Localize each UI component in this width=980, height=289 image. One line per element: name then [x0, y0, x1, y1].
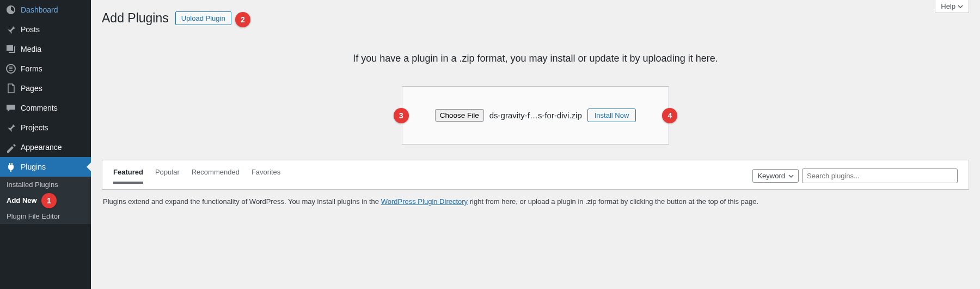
sidebar-item-forms[interactable]: Forms: [0, 59, 91, 79]
appearance-icon: [5, 142, 16, 153]
step-badge-3: 3: [394, 108, 409, 123]
page-header: Add Plugins Upload Plugin 2: [102, 11, 969, 26]
plugins-submenu: Installed Plugins Add New 1 Plugin File …: [0, 177, 91, 224]
admin-sidebar: Dashboard Posts Media Forms Pages Commen…: [0, 0, 91, 289]
upload-instructions: If you have a plugin in a .zip format, y…: [102, 53, 969, 64]
page-title: Add Plugins: [102, 11, 169, 26]
wp-plugin-directory-link[interactable]: WordPress Plugin Directory: [381, 197, 468, 206]
submenu-plugin-file-editor[interactable]: Plugin File Editor: [0, 208, 91, 224]
sidebar-item-label: Posts: [21, 25, 40, 34]
forms-icon: [5, 63, 16, 74]
search-type-select[interactable]: Keyword: [752, 169, 799, 183]
submenu-add-new[interactable]: Add New 1: [0, 192, 91, 208]
dashboard-icon: [5, 4, 16, 15]
upload-form: 3 Choose File ds-gravity-f…s-for-divi.zi…: [402, 86, 670, 144]
sidebar-item-label: Forms: [21, 64, 42, 73]
sidebar-item-projects[interactable]: Projects: [0, 118, 91, 137]
submenu-item-label: Add New: [7, 196, 37, 204]
search-input[interactable]: [802, 168, 958, 183]
sidebar-item-media[interactable]: Media: [0, 39, 91, 59]
plugins-icon: [5, 161, 16, 172]
selected-file-name: ds-gravity-f…s-for-divi.zip: [489, 111, 582, 120]
comments-icon: [5, 103, 16, 113]
upload-area: If you have a plugin in a .zip format, y…: [102, 53, 969, 144]
sidebar-item-label: Media: [21, 45, 41, 53]
sidebar-item-plugins[interactable]: Plugins: [0, 157, 91, 177]
sidebar-item-appearance[interactable]: Appearance: [0, 137, 91, 157]
pages-icon: [5, 83, 16, 94]
tab-recommended[interactable]: Recommended: [192, 168, 240, 184]
choose-file-button[interactable]: Choose File: [435, 109, 484, 122]
sidebar-item-label: Plugins: [21, 162, 46, 171]
chevron-down-icon: [788, 173, 794, 179]
upload-plugin-button[interactable]: Upload Plugin: [175, 11, 231, 25]
install-now-button[interactable]: Install Now: [587, 109, 636, 122]
sidebar-item-posts[interactable]: Posts: [0, 20, 91, 39]
sidebar-item-label: Comments: [21, 104, 58, 112]
submenu-installed-plugins[interactable]: Installed Plugins: [0, 177, 91, 192]
projects-icon: [5, 122, 16, 133]
tab-popular[interactable]: Popular: [155, 168, 180, 184]
sidebar-item-comments[interactable]: Comments: [0, 98, 91, 118]
keyword-label: Keyword: [757, 172, 785, 180]
tab-favorites[interactable]: Favorites: [252, 168, 280, 184]
desc-post: right from here, or upload a plugin in .…: [468, 197, 758, 206]
sidebar-item-label: Dashboard: [21, 5, 58, 14]
sidebar-item-dashboard[interactable]: Dashboard: [0, 0, 91, 20]
media-icon: [5, 44, 16, 55]
sidebar-item-label: Projects: [21, 123, 48, 132]
step-badge-4: 4: [662, 108, 677, 123]
sidebar-item-label: Appearance: [21, 143, 62, 152]
desc-pre: Plugins extend and expand the functional…: [103, 197, 381, 206]
step-badge-1: 1: [41, 193, 57, 208]
tab-featured[interactable]: Featured: [113, 168, 143, 184]
main-content: Help Add Plugins Upload Plugin 2 If you …: [91, 0, 980, 289]
plugin-filter-bar: Featured Popular Recommended Favorites K…: [102, 160, 969, 190]
step-badge-2: 2: [235, 12, 250, 27]
chevron-down-icon: [958, 4, 963, 9]
help-label: Help: [941, 2, 955, 10]
plugins-description: Plugins extend and expand the functional…: [102, 197, 969, 206]
sidebar-item-pages[interactable]: Pages: [0, 79, 91, 98]
pin-icon: [5, 24, 16, 35]
filter-tabs: Featured Popular Recommended Favorites: [113, 168, 280, 184]
sidebar-item-label: Pages: [21, 84, 42, 93]
search-group: Keyword: [752, 168, 958, 183]
